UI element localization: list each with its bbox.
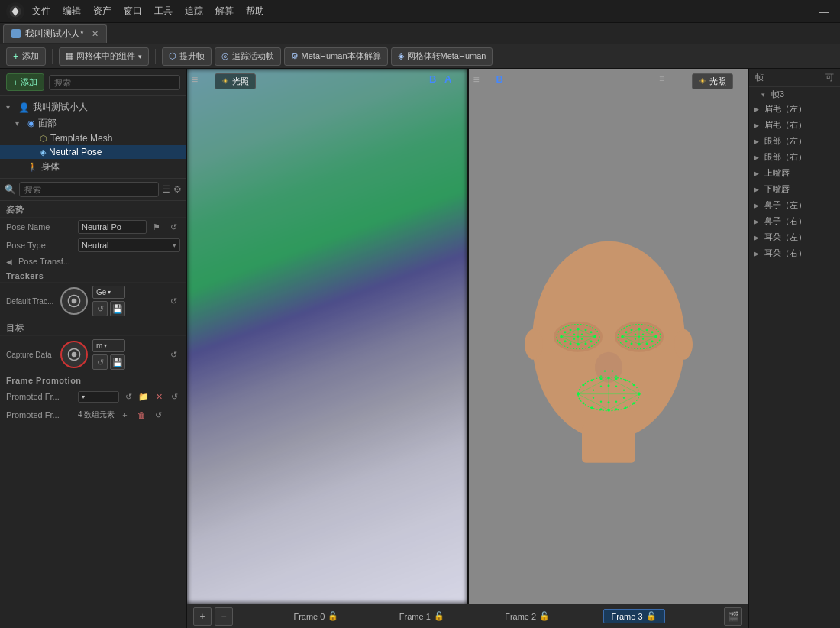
menu-assets[interactable]: 资产 bbox=[93, 5, 111, 18]
sun-icon-b: ☀ bbox=[699, 76, 706, 86]
properties-panel: 🔍 ☰ ⚙ 姿势 Pose Name Neutral Po ⚑ ↺ Pose T… bbox=[0, 178, 186, 628]
menu-file[interactable]: 文件 bbox=[32, 5, 50, 18]
frame-3-item[interactable]: Frame 3 🔓 bbox=[603, 609, 665, 623]
reset-icon[interactable]: ↺ bbox=[166, 220, 180, 234]
collapse-icon[interactable]: ◀ bbox=[6, 257, 12, 266]
item-label: 眉毛（右） bbox=[764, 119, 806, 131]
tree-item-root[interactable]: ▾ 👤 我叫测试小人 bbox=[0, 99, 186, 115]
mesh-to-meta-button[interactable]: ◈ 网格体转MetaHuman bbox=[391, 47, 493, 66]
promoted-remove2-icon[interactable]: 🗑 bbox=[134, 408, 148, 422]
track-frames-button[interactable]: ◎ 追踪活动帧 bbox=[215, 47, 281, 66]
right-item-6[interactable]: ▶ 鼻子（左） bbox=[749, 197, 840, 213]
pose-section-header: 姿势 bbox=[0, 201, 186, 218]
frame-0-item[interactable]: Frame 0 🔓 bbox=[286, 610, 346, 623]
svg-point-95 bbox=[599, 375, 602, 377]
trackers-section-header: Trackers bbox=[0, 268, 186, 283]
viewport-b-menu-button[interactable]: ≡ bbox=[473, 73, 480, 86]
menu-tools[interactable]: 工具 bbox=[154, 5, 173, 18]
right-item-1[interactable]: ▶ 眉毛（右） bbox=[749, 117, 840, 133]
menu-edit[interactable]: 编辑 bbox=[63, 5, 81, 18]
right-panel-options[interactable]: 可 bbox=[825, 72, 834, 83]
promoted-undo2-icon[interactable]: ↺ bbox=[151, 408, 165, 422]
svg-point-83 bbox=[593, 389, 594, 390]
viewport-b-options[interactable]: ≡ bbox=[659, 73, 664, 84]
svg-point-18 bbox=[590, 331, 592, 333]
frame-promotion-header: Frame Promotion bbox=[0, 373, 186, 387]
right-item-3[interactable]: ▶ 眼部（右） bbox=[749, 149, 840, 165]
list-view-icon[interactable]: ☰ bbox=[162, 184, 170, 195]
menu-window[interactable]: 窗口 bbox=[124, 5, 142, 18]
main-tab[interactable]: 我叫测试小人* ✕ bbox=[3, 24, 107, 43]
pose-type-select[interactable]: Neutral ▾ bbox=[78, 238, 180, 252]
svg-point-56 bbox=[642, 333, 644, 335]
viewport-b[interactable]: ≡ ☀ 光照 B ≡ bbox=[469, 69, 749, 604]
promoted-remove-icon[interactable]: ✕ bbox=[153, 390, 165, 403]
promoted-reset-icon[interactable]: ↺ bbox=[122, 390, 134, 403]
add-item-button[interactable]: + 添加 bbox=[6, 73, 44, 91]
right-item-7[interactable]: ▶ 鼻子（右） bbox=[749, 213, 840, 229]
right-item-0[interactable]: ▶ 眉毛（左） bbox=[749, 101, 840, 117]
right-item-5[interactable]: ▶ 下嘴唇 bbox=[749, 181, 840, 197]
frame-2-item[interactable]: Frame 2 🔓 bbox=[497, 610, 557, 623]
capture-type-select[interactable]: m ▾ bbox=[92, 339, 125, 352]
frame-group[interactable]: ▾ 帧3 bbox=[749, 87, 840, 101]
capture-data-row: Capture Data m ▾ ↺ 💾 ↺ bbox=[0, 336, 186, 373]
menu-help[interactable]: 帮助 bbox=[246, 5, 264, 18]
viewport-a[interactable]: ≡ ☀ 光照 A B bbox=[187, 69, 467, 604]
tracker-arrow-icon[interactable]: ↺ bbox=[166, 294, 180, 308]
menu-track[interactable]: 追踪 bbox=[185, 5, 203, 18]
add-frame-button[interactable]: + bbox=[193, 607, 212, 626]
promoted-undo-icon[interactable]: ↺ bbox=[168, 390, 180, 403]
grid-components-button[interactable]: ▦ 网格体中的组件 ▾ bbox=[59, 47, 149, 66]
right-item-8[interactable]: ▶ 耳朵（左） bbox=[749, 229, 840, 245]
tracker-save-icon[interactable]: 💾 bbox=[110, 301, 125, 316]
item-label: 鼻子（左） bbox=[764, 199, 806, 211]
promoted-folder-icon[interactable]: 📁 bbox=[137, 390, 150, 403]
tree-item-template-mesh[interactable]: ▷ ⬡ Template Mesh bbox=[0, 131, 186, 145]
metahuman-solve-button[interactable]: ⚙ MetaHuman本体解算 bbox=[284, 47, 388, 66]
item-label: 眉毛（左） bbox=[764, 103, 806, 115]
props-search-input[interactable] bbox=[19, 182, 159, 197]
frame-1-item[interactable]: Frame 1 🔓 bbox=[392, 610, 452, 623]
viewport-b-label[interactable]: ☀ 光照 bbox=[692, 73, 733, 89]
tab-close-button[interactable]: ✕ bbox=[92, 29, 99, 39]
lift-frames-button[interactable]: ⬡ 提升帧 bbox=[162, 47, 212, 66]
pose-name-label: Pose Name bbox=[6, 222, 75, 231]
viewport-a-label[interactable]: ☀ 光照 bbox=[215, 73, 256, 89]
svg-point-23 bbox=[569, 342, 571, 345]
right-item-2[interactable]: ▶ 眼部（左） bbox=[749, 133, 840, 149]
camera-button[interactable]: 🎬 bbox=[724, 607, 742, 626]
capture-reset-icon[interactable]: ↺ bbox=[92, 354, 108, 370]
pose-name-value[interactable]: Neutral Po bbox=[78, 220, 147, 234]
menu-bar[interactable]: 文件 编辑 资产 窗口 工具 追踪 解算 帮助 bbox=[32, 5, 264, 18]
viewport-menu-button[interactable]: ≡ bbox=[192, 73, 198, 86]
flag-icon[interactable]: ⚑ bbox=[150, 220, 163, 234]
svg-point-87 bbox=[623, 389, 625, 390]
settings-icon[interactable]: ⚙ bbox=[173, 184, 182, 195]
capture-arrow-icon[interactable]: ↺ bbox=[166, 348, 180, 361]
svg-point-39 bbox=[630, 329, 632, 331]
remove-frame-button[interactable]: − bbox=[215, 607, 233, 626]
tree-item-body[interactable]: ▾ 🚶 身体 bbox=[0, 159, 186, 175]
promoted-dropdown-1[interactable]: ▾ bbox=[78, 391, 119, 403]
menu-solve[interactable]: 解算 bbox=[215, 5, 234, 18]
tree-item-neutral-pose[interactable]: ▷ ◈ Neutral Pose bbox=[0, 145, 186, 159]
right-item-4[interactable]: ▶ 上嘴唇 bbox=[749, 165, 840, 181]
item-arrow-icon: ▶ bbox=[754, 186, 761, 193]
svg-point-4 bbox=[72, 352, 77, 358]
add-button[interactable]: + 添加 bbox=[6, 47, 46, 66]
dropdown-arrow-icon: ▾ bbox=[82, 393, 85, 400]
tree-item-face[interactable]: ▾ ◉ 面部 bbox=[0, 115, 186, 131]
minimize-button[interactable]: — bbox=[814, 5, 834, 18]
capture-save-icon[interactable]: 💾 bbox=[110, 354, 125, 370]
pose-type-label: Pose Type bbox=[6, 241, 75, 250]
tracker-type-select[interactable]: Ge ▾ bbox=[92, 286, 125, 299]
tracker-reset-icon[interactable]: ↺ bbox=[92, 301, 108, 316]
search-input[interactable] bbox=[49, 75, 180, 90]
svg-point-93 bbox=[603, 370, 606, 372]
right-item-9[interactable]: ▶ 耳朵（右） bbox=[749, 245, 840, 261]
promoted-add-icon[interactable]: + bbox=[118, 408, 131, 422]
svg-point-92 bbox=[623, 397, 625, 398]
tab-bar: 我叫测试小人* ✕ bbox=[0, 23, 840, 44]
body-icon: 🚶 bbox=[27, 162, 38, 172]
